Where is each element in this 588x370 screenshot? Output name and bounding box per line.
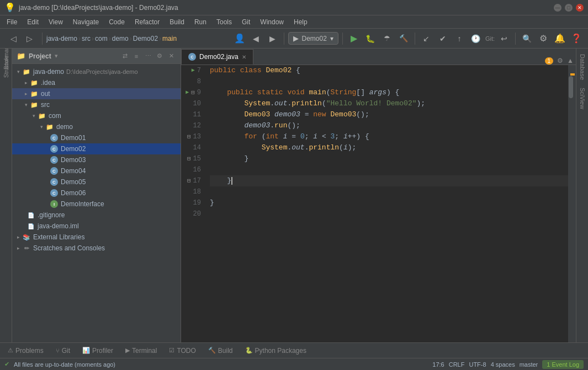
menu-code[interactable]: Code xyxy=(104,17,129,27)
toolbar-back-button[interactable]: ◁ xyxy=(6,31,20,46)
breadcrumb-demo[interactable]: demo xyxy=(112,35,129,42)
menu-git[interactable]: Git xyxy=(237,17,255,27)
help-button[interactable]: ❓ xyxy=(569,31,584,46)
run-config-selector[interactable]: ▶ Demo02 ▾ xyxy=(288,32,338,45)
breadcrumb-method[interactable]: main xyxy=(162,35,177,42)
indent[interactable]: 4 spaces xyxy=(491,361,515,368)
tree-item-demointerface[interactable]: I DemoInterface xyxy=(12,199,181,210)
menu-view[interactable]: View xyxy=(44,17,67,27)
tree-item-iml[interactable]: 📄 java-demo.iml xyxy=(12,221,181,232)
vcs-undo-button[interactable]: ↩ xyxy=(497,31,511,46)
tree-item-com[interactable]: ▾ 📁 com xyxy=(12,110,181,121)
tree-item-demo02[interactable]: C Demo02 xyxy=(12,143,181,154)
user-button[interactable]: 👤 xyxy=(232,31,247,46)
panel-dropdown-icon[interactable]: ▾ xyxy=(55,52,58,60)
panel-expand-button[interactable]: ⋯ xyxy=(143,51,153,61)
tree-item-demo[interactable]: ▾ 📁 demo xyxy=(12,121,181,132)
ext-libs-icon: 📚 xyxy=(22,233,31,242)
code-content[interactable]: public class Demo02 { public static void… xyxy=(205,65,568,342)
tree-item-root[interactable]: ▾ 📁 java-demo D:\IdeaProjects\java-demo xyxy=(12,66,181,77)
bottom-tab-build[interactable]: 🔨 Build xyxy=(203,345,239,357)
event-log-button[interactable]: 1 Event Log xyxy=(542,360,584,369)
bottom-tab-terminal[interactable]: ▶ Terminal xyxy=(120,345,162,357)
menu-build[interactable]: Build xyxy=(165,17,189,27)
bottom-tab-problems[interactable]: ⚠ Problems xyxy=(2,345,49,357)
tree-item-demo04[interactable]: C Demo04 xyxy=(12,165,181,176)
nav-forward-button[interactable]: ▶ xyxy=(266,31,280,46)
bottom-tab-todo[interactable]: ☑ TODO xyxy=(163,345,201,357)
settings-button[interactable]: ⚙ xyxy=(536,31,550,46)
toolbar-sep-5 xyxy=(515,33,516,45)
tree-item-scratches[interactable]: ▸ ✏ Scratches and Consoles xyxy=(12,243,181,254)
tree-item-src[interactable]: ▾ 📁 src xyxy=(12,99,181,110)
coverage-button[interactable]: ☂ xyxy=(380,31,394,46)
tree-item-ext-libs[interactable]: ▸ 📚 External Libraries xyxy=(12,232,181,243)
breadcrumb-com[interactable]: com xyxy=(95,35,108,42)
maximize-button[interactable]: □ xyxy=(565,4,573,12)
debug-button[interactable]: 🐛 xyxy=(363,31,378,46)
breadcrumb-file[interactable]: Demo02 xyxy=(133,35,158,42)
build-button[interactable]: 🔨 xyxy=(396,31,411,46)
breadcrumb-project[interactable]: java-demo xyxy=(46,35,77,42)
code-line-17: } xyxy=(210,175,568,186)
scratches-icon: ✏ xyxy=(22,244,31,253)
search-everywhere-button[interactable]: 🔍 xyxy=(520,31,534,46)
menu-refactor[interactable]: Refactor xyxy=(130,17,164,27)
menu-run[interactable]: Run xyxy=(190,17,211,27)
panel-collapse-button[interactable]: ≡ xyxy=(131,51,141,61)
editor-tab-demo02[interactable]: C Demo02.java ✕ xyxy=(181,49,253,65)
left-sidebar-icons: Bookmarks Structure xyxy=(0,49,12,342)
tree-item-idea[interactable]: ▸ 📁 .idea xyxy=(12,77,181,88)
right-panel-sciview[interactable]: SciView xyxy=(578,84,587,112)
window-controls[interactable]: — □ ✕ xyxy=(554,4,584,12)
nav-back-button[interactable]: ◀ xyxy=(249,31,263,46)
line-ending[interactable]: CRLF xyxy=(449,361,465,368)
close-button[interactable]: ✕ xyxy=(576,4,584,12)
tree-item-demo03[interactable]: C Demo03 xyxy=(12,154,181,165)
vcs-commit-button[interactable]: ✔ xyxy=(436,31,450,46)
vcs-history-button[interactable]: 🕐 xyxy=(469,31,483,46)
menu-help[interactable]: Help xyxy=(289,17,312,27)
panel-sync-button[interactable]: ⇄ xyxy=(120,51,130,61)
menu-tools[interactable]: Tools xyxy=(212,17,236,27)
vcs-update-button[interactable]: ↙ xyxy=(419,31,433,46)
bottom-tab-git[interactable]: ⑂ Git xyxy=(50,345,76,357)
tree-item-demo06[interactable]: C Demo06 xyxy=(12,187,181,199)
breadcrumb-src[interactable]: src xyxy=(82,35,91,42)
todo-icon: ☑ xyxy=(169,347,174,354)
menu-edit[interactable]: Edit xyxy=(23,17,43,27)
menu-window[interactable]: Window xyxy=(256,17,288,27)
run-button[interactable]: ▶ xyxy=(347,31,361,46)
menu-file[interactable]: File xyxy=(2,17,22,27)
toolbar-forward-button[interactable]: ▷ xyxy=(22,31,36,46)
breadcrumb: java-demo › src › com › demo › Demo02 › … xyxy=(46,35,177,42)
tab-expand-button[interactable]: ▲ xyxy=(567,57,574,65)
problems-icon: ⚠ xyxy=(8,347,13,354)
tab-menu-button[interactable]: ⚙ xyxy=(557,57,563,65)
encoding[interactable]: UTF-8 xyxy=(469,361,486,368)
editor-scrollbar[interactable] xyxy=(568,65,576,342)
tree-item-out[interactable]: ▸ 📁 out xyxy=(12,88,181,99)
cursor-position[interactable]: 17:6 xyxy=(432,361,444,368)
tree-item-demo01[interactable]: C Demo01 xyxy=(12,132,181,143)
project-panel: 📁 Project ▾ ⇄ ≡ ⋯ ⚙ ✕ ▾ 📁 java-demo D:\I… xyxy=(12,49,181,342)
project-tree: ▾ 📁 java-demo D:\IdeaProjects\java-demo … xyxy=(12,64,181,342)
bottom-tab-python[interactable]: 🐍 Python Packages xyxy=(240,345,312,357)
panel-settings-icon[interactable]: ⚙ xyxy=(155,51,165,61)
scrollbar-thumb[interactable] xyxy=(569,76,573,98)
code-editor[interactable]: ▶7 8 ▶⊟9 10 11 12 ⊟13 14 ⊟15 16 ⊟17 18 1… xyxy=(181,65,576,342)
minimize-button[interactable]: — xyxy=(554,4,561,12)
tree-item-demo05[interactable]: C Demo05 xyxy=(12,176,181,187)
menu-navigate[interactable]: Navigate xyxy=(68,17,103,27)
right-panel-database[interactable]: Database xyxy=(578,51,587,83)
notifications-button[interactable]: 🔔 xyxy=(553,31,567,46)
structure-panel-icon[interactable]: Structure xyxy=(1,62,11,72)
tree-arrow-root: ▾ xyxy=(14,69,22,74)
vcs-branch[interactable]: master xyxy=(520,361,538,368)
tab-close-button[interactable]: ✕ xyxy=(242,54,246,60)
bottom-tab-profiler[interactable]: 📊 Profiler xyxy=(77,345,119,357)
tree-item-gitignore[interactable]: 📄 .gitignore xyxy=(12,210,181,221)
panel-close-icon[interactable]: ✕ xyxy=(166,51,176,61)
vcs-push-button[interactable]: ↑ xyxy=(452,31,467,46)
folder-icon-src: 📁 xyxy=(30,100,39,109)
